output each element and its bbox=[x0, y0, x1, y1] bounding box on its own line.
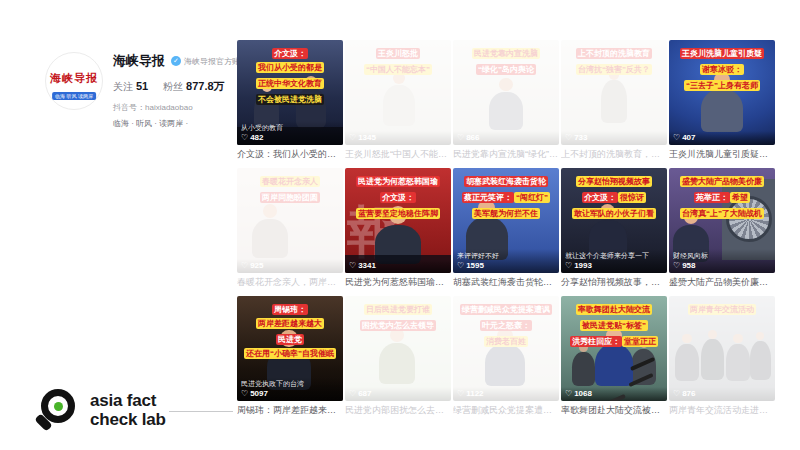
like-count: ♡958 bbox=[673, 261, 771, 270]
like-count: ♡482 bbox=[241, 133, 339, 142]
heart-icon: ♡ bbox=[457, 261, 464, 270]
video-tile[interactable]: 民进党靠内宣洗脑“绿化”岛内舆论♡866民进党靠内宣洗脑“绿化”岛内舆论... bbox=[453, 40, 559, 160]
thumb-bottom-bar: ♡1345 bbox=[345, 131, 451, 145]
video-caption: 财经风向标 bbox=[673, 251, 771, 261]
like-count: ♡1345 bbox=[349, 133, 447, 142]
afcl-wordmark: asia fact check lab bbox=[90, 391, 166, 429]
video-grid: 介文汲：我们从小受的都是正统中华文化教育不会被民进党洗脑从小受的教育♡482介文… bbox=[237, 40, 775, 416]
video-title: 上不封顶的洗脑教育，台湾抗“独”... bbox=[561, 148, 667, 160]
avatar[interactable]: 海峡导报 临海 听风 读两岸 bbox=[45, 52, 103, 110]
magnifier-icon bbox=[35, 385, 81, 435]
video-thumbnail[interactable]: 绿营删减民众党提案遭讽叶元之怒轰：消费老百姓♡1122 bbox=[453, 296, 559, 401]
video-thumbnail[interactable]: 介文汲：我们从小受的都是正统中华文化教育不会被民进党洗脑从小受的教育♡482 bbox=[237, 40, 343, 145]
overlay-captions: 民进党靠内宣洗脑“绿化”岛内舆论 bbox=[455, 45, 557, 77]
thumb-bottom-bar: ♡1122 bbox=[453, 387, 559, 401]
video-tile[interactable]: 王炎川怒批“中国人不能忘本”♡1345王炎川怒批“中国人不能忘本”... bbox=[345, 40, 451, 160]
profile-stats: 关注51 粉丝877.8万 获赞1.3亿 bbox=[113, 79, 253, 94]
verified-check-icon: ✓ bbox=[171, 56, 181, 66]
stat-following: 关注51 bbox=[113, 81, 148, 92]
video-title: 率歌舞团赴大陆交流被民进党贴“标... bbox=[561, 404, 667, 416]
avatar-ribbon-text: 临海 听风 读两岸 bbox=[52, 92, 96, 100]
profile-bio: 临海 · 听风 · 读两岸 · bbox=[113, 118, 253, 129]
video-tile[interactable]: 春暖花开念亲人两岸同胞盼团圆♡925春暖花开念亲人，两岸同胞盼团圆... bbox=[237, 168, 343, 288]
overlay-captions: 胡塞武装红海袭击货轮蔡正元笑评：“闯红灯”美军舰为何拦不住 bbox=[455, 173, 557, 221]
heart-icon: ♡ bbox=[241, 261, 248, 270]
video-title: 盛赞大陆产品物美价廉，苑举正：希... bbox=[669, 276, 775, 288]
video-thumbnail[interactable]: 王炎川洗脑儿童引质疑谢寒冰驳：“三去子”上身有老师♡407 bbox=[669, 40, 775, 145]
video-title: 民进党靠内宣洗脑“绿化”岛内舆论... bbox=[453, 148, 559, 160]
video-title: 介文汲：我们从小受的是正统中华文... bbox=[237, 148, 343, 160]
like-count: ♡733 bbox=[565, 133, 663, 142]
thumb-bottom-bar: ♡1068 bbox=[561, 387, 667, 401]
video-title: 周锡玮：两岸差距越来越大，民进党... bbox=[237, 404, 343, 416]
video-thumbnail[interactable]: 日后民进党要打谁困扰党内怎么去领导♡687 bbox=[345, 296, 451, 401]
video-thumbnail[interactable]: 盛赞大陆产品物美价廉苑举正：希望台湾真“上”了大陆战机财经风向标♡958 bbox=[669, 168, 775, 273]
video-title: 民进党为何惹怒韩国瑜？介文汲：... bbox=[345, 276, 451, 288]
video-title: 两岸青年交流活动走进校园... bbox=[669, 404, 775, 416]
green-dot-icon bbox=[54, 402, 63, 411]
heart-icon: ♡ bbox=[673, 261, 680, 270]
video-tile[interactable]: 胡塞武装红海袭击货轮蔡正元笑评：“闯红灯”美军舰为何拦不住来评评好不好♡1595… bbox=[453, 168, 559, 288]
page-root: 海峡导报 临海 听风 读两岸 海峡导报 ✓ 海峡导报官方账号 关注51 粉丝87… bbox=[0, 0, 800, 450]
overlay-captions: 两岸青年交流活动 bbox=[671, 301, 773, 317]
video-caption: 来评评好不好 bbox=[457, 251, 555, 261]
afcl-logo: asia fact check lab bbox=[35, 385, 166, 435]
video-tile[interactable]: 盛赞大陆产品物美价廉苑举正：希望台湾真“上”了大陆战机财经风向标♡958盛赞大陆… bbox=[669, 168, 775, 288]
like-count: ♡1122 bbox=[457, 389, 555, 398]
thumb-bottom-bar: ♡925 bbox=[237, 259, 343, 273]
video-thumbnail[interactable]: 两岸青年交流活动♡876 bbox=[669, 296, 775, 401]
video-tile[interactable]: 介文汲：我们从小受的都是正统中华文化教育不会被民进党洗脑从小受的教育♡482介文… bbox=[237, 40, 343, 160]
video-tile[interactable]: 绿营删减民众党提案遭讽叶元之怒轰：消费老百姓♡1122绿营删减民众党提案遭讽，叶… bbox=[453, 296, 559, 416]
video-thumbnail[interactable]: 春暖花开念亲人两岸同胞盼团圆♡925 bbox=[237, 168, 343, 273]
thumb-bottom-bar: ♡876 bbox=[669, 387, 775, 401]
heart-icon: ♡ bbox=[349, 261, 356, 270]
avatar-logo-text: 海峡导报 bbox=[50, 71, 98, 86]
video-thumbnail[interactable]: 上不封顶的洗脑教育台湾抗“独害”反共？♡733 bbox=[561, 40, 667, 145]
thumb-bottom-bar: 从小受的教育♡482 bbox=[237, 121, 343, 145]
thumb-bottom-bar: 民进党执政下的台湾♡5097 bbox=[237, 377, 343, 401]
heart-icon: ♡ bbox=[565, 389, 572, 398]
like-count: ♡876 bbox=[673, 389, 771, 398]
video-tile[interactable]: 率歌舞团赴大陆交流被民进党贴“标签”洪秀柱回应：堂堂正正♡1068率歌舞团赴大陆… bbox=[561, 296, 667, 416]
thumb-bottom-bar: 来评评好不好♡1595 bbox=[453, 249, 559, 273]
video-title: 王炎川洗脑儿童引质疑，谢寒冰驳：... bbox=[669, 148, 775, 160]
video-thumbnail[interactable]: 周锡玮：两岸差距越来越大民进党还在用“小确幸”自我催眠民进党执政下的台湾♡509… bbox=[237, 296, 343, 401]
video-tile[interactable]: 王炎川洗脑儿童引质疑谢寒冰驳：“三去子”上身有老师♡407王炎川洗脑儿童引质疑，… bbox=[669, 40, 775, 160]
thumb-bottom-bar: ♡866 bbox=[453, 131, 559, 145]
video-tile[interactable]: 上不封顶的洗脑教育台湾抗“独害”反共？♡733上不封顶的洗脑教育，台湾抗“独”.… bbox=[561, 40, 667, 160]
thumb-bottom-bar: 就让这个介老师来分享一下♡1993 bbox=[561, 249, 667, 273]
stat-followers: 粉丝877.8万 bbox=[163, 81, 225, 92]
watermark-rule-line bbox=[169, 411, 233, 412]
video-caption: 从小受的教育 bbox=[241, 123, 339, 133]
heart-icon: ♡ bbox=[241, 389, 248, 398]
like-count: ♡3341 bbox=[349, 261, 447, 270]
overlay-captions: 介文汲：我们从小受的都是正统中华文化教育不会被民进党洗脑 bbox=[239, 45, 341, 107]
like-count: ♡1993 bbox=[565, 261, 663, 270]
video-thumbnail[interactable]: 民进党靠内宣洗脑“绿化”岛内舆论♡866 bbox=[453, 40, 559, 145]
video-thumbnail[interactable]: 王炎川怒批“中国人不能忘本”♡1345 bbox=[345, 40, 451, 145]
video-tile[interactable]: 分享赵怡翔视频故事介文汲：很惊讶敢让军队的小伙子们看就让这个介老师来分享一下♡1… bbox=[561, 168, 667, 288]
overlay-captions: 王炎川怒批“中国人不能忘本” bbox=[347, 45, 449, 77]
overlay-captions: 分享赵怡翔视频故事介文汲：很惊讶敢让军队的小伙子们看 bbox=[563, 173, 665, 221]
video-thumbnail[interactable]: 報民进党为何惹怒韩国瑜介文汲：蓝营要坚定地稳住阵脚♡3341 bbox=[345, 168, 451, 273]
video-tile[interactable]: 報民进党为何惹怒韩国瑜介文汲：蓝营要坚定地稳住阵脚♡3341民进党为何惹怒韩国瑜… bbox=[345, 168, 451, 288]
like-count: ♡1595 bbox=[457, 261, 555, 270]
video-tile[interactable]: 两岸青年交流活动♡876两岸青年交流活动走进校园... bbox=[669, 296, 775, 416]
video-thumbnail[interactable]: 率歌舞团赴大陆交流被民进党贴“标签”洪秀柱回应：堂堂正正♡1068 bbox=[561, 296, 667, 401]
profile-info: 海峡导报 ✓ 海峡导报官方账号 关注51 粉丝877.8万 获赞1.3亿 抖音号… bbox=[113, 52, 253, 129]
video-caption: 民进党执政下的台湾 bbox=[241, 379, 339, 389]
video-thumbnail[interactable]: 分享赵怡翔视频故事介文汲：很惊讶敢让军队的小伙子们看就让这个介老师来分享一下♡1… bbox=[561, 168, 667, 273]
like-count: ♡1068 bbox=[565, 389, 663, 398]
douyin-id: 抖音号：haixiadaobao bbox=[113, 102, 253, 113]
heart-icon: ♡ bbox=[349, 133, 356, 142]
video-title: 春暖花开念亲人，两岸同胞盼团圆... bbox=[237, 276, 343, 288]
heart-icon: ♡ bbox=[565, 261, 572, 270]
video-thumbnail[interactable]: 胡塞武装红海袭击货轮蔡正元笑评：“闯红灯”美军舰为何拦不住来评评好不好♡1595 bbox=[453, 168, 559, 273]
video-tile[interactable]: 周锡玮：两岸差距越来越大民进党还在用“小确幸”自我催眠民进党执政下的台湾♡509… bbox=[237, 296, 343, 416]
like-count: ♡687 bbox=[349, 389, 447, 398]
thumb-bottom-bar: ♡733 bbox=[561, 131, 667, 145]
heart-icon: ♡ bbox=[673, 133, 680, 142]
overlay-captions: 周锡玮：两岸差距越来越大民进党还在用“小确幸”自我催眠 bbox=[239, 301, 341, 361]
video-tile[interactable]: 日后民进党要打谁困扰党内怎么去领导♡687民进党内部困扰怎么去领导... bbox=[345, 296, 451, 416]
overlay-captions: 王炎川洗脑儿童引质疑谢寒冰驳：“三去子”上身有老师 bbox=[671, 45, 773, 93]
